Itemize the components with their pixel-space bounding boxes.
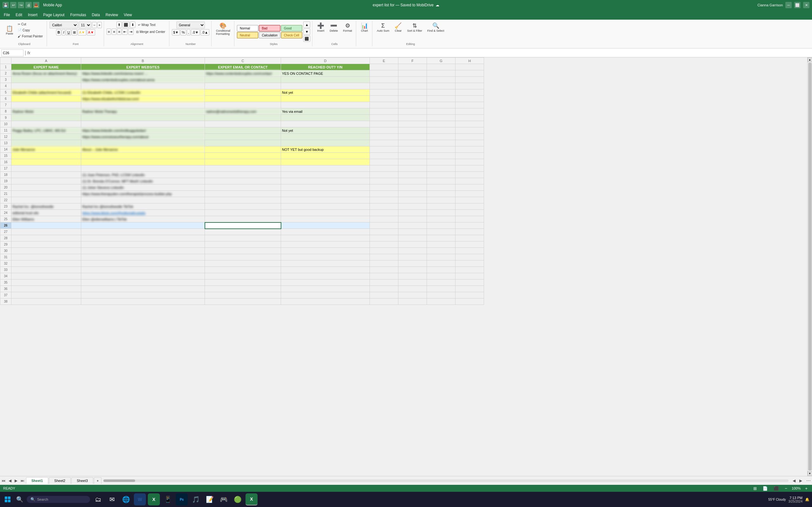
cell-H1[interactable]	[455, 64, 484, 70]
save-icon[interactable]: 💾	[3, 2, 9, 8]
cell-D25[interactable]	[281, 216, 370, 222]
col-header-C[interactable]: C	[205, 58, 281, 64]
style-good[interactable]: Good	[281, 25, 302, 32]
cell-C11[interactable]	[205, 127, 281, 134]
cell-F18[interactable]	[398, 172, 427, 178]
cell-D20[interactable]	[281, 184, 370, 191]
cell-E6[interactable]	[370, 96, 398, 102]
cell-G14[interactable]	[427, 147, 455, 153]
cell-C26[interactable]	[205, 222, 281, 229]
cell-F5[interactable]	[398, 89, 427, 96]
cell-C10[interactable]	[205, 121, 281, 127]
menu-file[interactable]: File	[1, 11, 12, 18]
cell-B26[interactable]	[81, 222, 205, 229]
cell-F1[interactable]	[398, 64, 427, 70]
menu-data[interactable]: Data	[89, 11, 102, 18]
menu-review[interactable]: Review	[103, 11, 120, 18]
scroll-down-button[interactable]: ▼	[808, 471, 812, 476]
cell-A11[interactable]: Peggy Bailey, LPC, LMHC, MS Ed	[11, 127, 81, 134]
cell-G23[interactable]	[427, 204, 455, 210]
cell-E9[interactable]	[370, 115, 398, 121]
cell-E20[interactable]	[370, 184, 398, 191]
chart-button[interactable]: 📊 Chart	[359, 21, 370, 34]
cell-E26[interactable]	[370, 222, 398, 229]
cell-H15[interactable]	[455, 153, 484, 159]
cell-C1[interactable]: EXPERT EMAIL OR CONTACT	[205, 64, 281, 70]
cell-A5[interactable]: Elizabeth Childs (attachment focused)	[11, 89, 81, 96]
cell-B21[interactable]: https://www.therapyden.com/therapist/pro…	[81, 191, 205, 197]
format-button[interactable]: ⚙ Format	[341, 21, 354, 34]
col-header-E[interactable]: E	[370, 58, 398, 64]
cell-B20[interactable]: (1) Joher Stevens LinkedIn	[81, 184, 205, 191]
cell-H16[interactable]	[455, 159, 484, 165]
cell-A21[interactable]	[11, 191, 81, 197]
cell-D24[interactable]	[281, 210, 370, 216]
percent-button[interactable]: %	[181, 29, 186, 36]
cell-B3[interactable]: https://www.contentedcouples.com/about-a…	[81, 77, 205, 83]
cell-D23[interactable]	[281, 204, 370, 210]
cell-D10[interactable]	[281, 121, 370, 127]
taskbar-edge[interactable]: 🌐	[120, 493, 132, 505]
cell-D17[interactable]	[281, 165, 370, 172]
system-tray[interactable]: 🔔	[805, 498, 809, 502]
h-scroll-track[interactable]	[103, 480, 789, 482]
cell-G18[interactable]	[427, 172, 455, 178]
cell-B18[interactable]: (1) Joan Peterson, PhD, LCSW LinkedIn	[81, 172, 205, 178]
menu-formulas[interactable]: Formulas	[67, 11, 89, 18]
cell-A3[interactable]	[11, 77, 81, 83]
normal-view-button[interactable]: ⊞	[752, 486, 758, 492]
name-box[interactable]	[1, 49, 23, 56]
cell-D19[interactable]	[281, 178, 370, 184]
cut-button[interactable]: ✂ Cut	[16, 21, 45, 27]
align-bottom-button[interactable]: ⬇	[130, 21, 136, 28]
align-left-button[interactable]: ≡	[107, 29, 111, 35]
cell-D16[interactable]	[281, 159, 370, 165]
cell-A19[interactable]	[11, 178, 81, 184]
redo-icon[interactable]: ↪	[18, 2, 24, 8]
cell-C16[interactable]	[205, 159, 281, 165]
cell-A22[interactable]	[11, 197, 81, 204]
increase-font-button[interactable]: +	[97, 22, 102, 28]
cell-C22[interactable]	[205, 197, 281, 204]
cell-A23[interactable]: Rachel Inc. @tomotheedle	[11, 204, 81, 210]
cell-G15[interactable]	[427, 153, 455, 159]
cell-F13[interactable]	[398, 140, 427, 147]
copy-button[interactable]: 📄 Copy	[16, 27, 45, 33]
font-family-select[interactable]: Calibri	[49, 21, 78, 29]
cell-H20[interactable]	[455, 184, 484, 191]
sheet-tab-sheet2[interactable]: Sheet2	[49, 477, 71, 484]
cell-G9[interactable]	[427, 115, 455, 121]
cell-B23[interactable]: Rachel Inc @tomotheedle TikTok	[81, 204, 205, 210]
cell-E3[interactable]	[370, 77, 398, 83]
cell-H4[interactable]	[455, 83, 484, 89]
align-center-button[interactable]: ≡	[112, 29, 116, 35]
formula-input[interactable]	[32, 50, 811, 55]
cell-A9[interactable]	[11, 115, 81, 121]
cell-D12[interactable]	[281, 134, 370, 140]
cell-F15[interactable]	[398, 153, 427, 159]
wrap-text-button[interactable]: ↵ Wrap Text	[136, 22, 158, 27]
cell-H7[interactable]	[455, 102, 484, 108]
cell-C17[interactable]	[205, 165, 281, 172]
cell-D5[interactable]: Not yet	[281, 89, 370, 96]
cell-H6[interactable]	[455, 96, 484, 102]
cell-A1[interactable]: EXPERT NAME	[11, 64, 81, 70]
align-right-button[interactable]: ≡	[117, 29, 121, 35]
cell-H22[interactable]	[455, 197, 484, 204]
menu-edit[interactable]: Edit	[13, 11, 25, 18]
col-header-B[interactable]: B	[81, 58, 205, 64]
cell-E21[interactable]	[370, 191, 398, 197]
page-break-button[interactable]: ⬛	[772, 486, 780, 492]
style-calculation[interactable]: Calculation	[259, 32, 280, 38]
cell-E25[interactable]	[370, 216, 398, 222]
cell-G17[interactable]	[427, 165, 455, 172]
cell-H24[interactable]	[455, 210, 484, 216]
cell-H25[interactable]	[455, 216, 484, 222]
sheet-nav-next[interactable]: ▶	[13, 478, 19, 484]
cell-B15[interactable]	[81, 153, 205, 159]
cell-C2[interactable]: https://www.contentedcouples.com/contact	[205, 70, 281, 77]
cell-E1[interactable]	[370, 64, 398, 70]
cell-H21[interactable]	[455, 191, 484, 197]
cell-B27[interactable]	[81, 229, 205, 235]
cell-C13[interactable]	[205, 140, 281, 147]
